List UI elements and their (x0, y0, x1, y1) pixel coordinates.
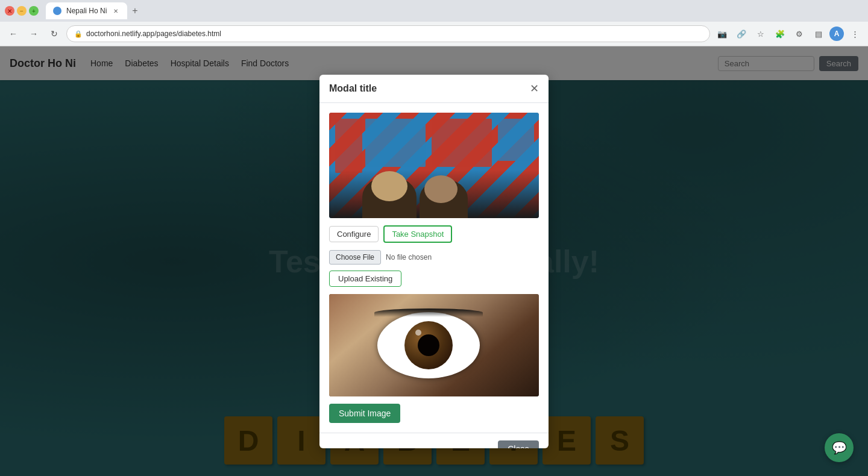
bg-panel-blue-2 (498, 119, 534, 161)
eye-white (377, 312, 480, 378)
bg-panel-red-2 (335, 119, 362, 173)
modal-close-x-button[interactable]: ✕ (530, 83, 539, 94)
eye-image-simulation (329, 294, 539, 396)
camera-feed (329, 113, 539, 218)
pupil (418, 334, 439, 356)
modal-dialog: Modal title ✕ (319, 75, 549, 448)
browser-nav: ← → ↻ 🔒 doctorhoni.netlify.app/pages/dia… (0, 22, 868, 46)
eyelash-top (374, 308, 483, 317)
share-icon-btn[interactable]: 🔗 (733, 25, 750, 42)
back-button[interactable]: ← (5, 25, 22, 42)
take-snapshot-button[interactable]: Take Snapshot (383, 225, 452, 243)
configure-button[interactable]: Configure (329, 226, 379, 242)
modal-body: Configure Take Snapshot Choose File No f… (319, 103, 549, 433)
face-2 (424, 175, 458, 203)
modal-footer: Close (319, 433, 549, 448)
bookmark-icon-btn[interactable]: ☆ (752, 25, 769, 42)
uploaded-image-preview (329, 294, 539, 396)
browser-tabs: ✕ − + Nepali Ho Ni ✕ + (0, 0, 868, 22)
submit-image-button[interactable]: Submit Image (329, 404, 400, 423)
iris (404, 321, 453, 369)
page-wrapper: D I A B E T E S Test yourself digitally!… (0, 46, 868, 476)
chat-icon: 💬 (832, 440, 847, 455)
eye-highlight (415, 330, 421, 336)
new-tab-button[interactable]: + (130, 5, 140, 16)
forward-button[interactable]: → (25, 25, 42, 42)
camera-preview (329, 113, 539, 218)
profile-avatar[interactable]: A (829, 27, 844, 41)
camera-icon-btn[interactable]: 📷 (714, 25, 731, 42)
bg-panel-blue-1 (365, 119, 426, 167)
tab-close-button[interactable]: ✕ (112, 7, 120, 15)
camera-button-row: Configure Take Snapshot (329, 225, 539, 243)
chat-widget-button[interactable]: 💬 (825, 433, 854, 462)
address-bar[interactable]: 🔒 doctorhoni.netlify.app/pages/diabetes.… (66, 25, 710, 42)
file-name-label: No file chosen (386, 253, 432, 261)
modal-header: Modal title ✕ (319, 75, 549, 103)
window-maximize-button[interactable]: + (29, 6, 39, 16)
upload-existing-button[interactable]: Upload Existing (329, 271, 401, 287)
face-1 (371, 171, 407, 201)
extension-icon-btn[interactable]: 🧩 (772, 25, 788, 42)
window-close-button[interactable]: ✕ (5, 6, 14, 16)
upload-existing-wrapper: Upload Existing (329, 271, 539, 294)
refresh-button[interactable]: ↻ (46, 25, 63, 42)
sidebar-btn[interactable]: ▤ (810, 25, 827, 42)
modal-title: Modal title (329, 83, 377, 94)
browser-chrome: ✕ − + Nepali Ho Ni ✕ + ← → ↻ 🔒 doctorhon… (0, 0, 868, 46)
modal-close-button[interactable]: Close (498, 440, 539, 448)
menu-btn[interactable]: ⋮ (846, 25, 863, 42)
nav-right-icons: 📷 🔗 ☆ 🧩 ⚙ ▤ A ⋮ (714, 25, 863, 42)
file-input-row: Choose File No file chosen (329, 250, 539, 265)
browser-tab[interactable]: Nepali Ho Ni ✕ (46, 2, 127, 19)
extensions-btn[interactable]: ⚙ (791, 25, 808, 42)
bg-panel-red-1 (432, 119, 492, 167)
url-text: doctorhoni.netlify.app/pages/diabetes.ht… (86, 30, 221, 38)
choose-file-button[interactable]: Choose File (329, 250, 381, 265)
tab-favicon (53, 7, 61, 15)
window-minimize-button[interactable]: − (17, 6, 27, 16)
tab-title: Nepali Ho Ni (66, 7, 107, 15)
ssl-icon: 🔒 (74, 30, 83, 38)
